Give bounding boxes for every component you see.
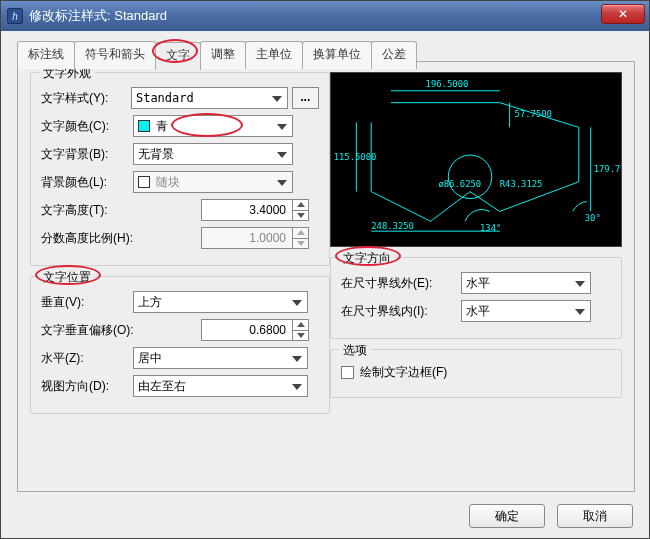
cancel-button[interactable]: 取消	[557, 504, 633, 528]
select-outside[interactable]: 水平	[461, 272, 591, 294]
label-vertical: 垂直(V):	[41, 294, 133, 311]
footer-buttons: 确定 取消	[469, 504, 633, 528]
input-frac-scale: 1.0000	[201, 227, 309, 249]
svg-text:196.5000: 196.5000	[426, 79, 469, 89]
tab-tolerance[interactable]: 公差	[371, 41, 417, 69]
button-text-style-more[interactable]: ...	[292, 87, 319, 109]
label-text-color: 文字颜色(C):	[41, 118, 133, 135]
app-icon: h	[7, 8, 23, 24]
label-outside: 在尺寸界线外(E):	[341, 275, 461, 292]
dialog-window: h 修改标注样式: Standard ✕ 标注线 符号和箭头 文字 调整 主单位…	[0, 0, 650, 539]
titlebar: h 修改标注样式: Standard ✕	[1, 1, 649, 31]
spinner-text-height[interactable]	[292, 200, 308, 220]
client-area: 标注线 符号和箭头 文字 调整 主单位 换算单位 公差 文字外观 文字样式(Y)…	[1, 31, 649, 538]
label-vert-offset: 文字垂直偏移(O):	[41, 322, 159, 339]
input-vert-offset[interactable]: 0.6800	[201, 319, 309, 341]
svg-marker-1	[297, 213, 305, 218]
group-options: 选项 绘制文字边框(F)	[330, 349, 622, 398]
spin-up-icon[interactable]	[292, 320, 308, 330]
label-frac-scale: 分数高度比例(H):	[41, 230, 151, 247]
tab-primary[interactable]: 主单位	[245, 41, 303, 69]
tab-strip: 标注线 符号和箭头 文字 调整 主单位 换算单位 公差	[17, 41, 650, 69]
tab-arrows[interactable]: 符号和箭头	[74, 41, 156, 69]
svg-text:57.7500: 57.7500	[515, 109, 552, 119]
spin-up-icon[interactable]	[292, 200, 308, 210]
close-button[interactable]: ✕	[601, 4, 645, 24]
ok-button[interactable]: 确定	[469, 504, 545, 528]
spinner-vert-offset[interactable]	[292, 320, 308, 340]
tab-panel: 文字外观 文字样式(Y): Standard ... 文字颜色(C): 青	[17, 61, 635, 492]
select-inside[interactable]: 水平	[461, 300, 591, 322]
legend-direction: 文字方向	[339, 250, 395, 267]
right-column: 196.5000 57.7500 115.5000 ø86.6250 R43.3…	[330, 72, 622, 408]
group-direction: 文字方向 在尺寸界线外(E): 水平 在尺寸界线内(I): 水平	[330, 257, 622, 339]
tab-fit[interactable]: 调整	[200, 41, 246, 69]
legend-position: 文字位置	[39, 269, 95, 286]
tab-text[interactable]: 文字	[155, 42, 201, 70]
select-text-bg[interactable]: 无背景	[133, 143, 293, 165]
swatch-byblock-icon	[138, 176, 150, 188]
svg-text:ø86.6250: ø86.6250	[438, 179, 481, 189]
svg-marker-4	[297, 322, 305, 327]
svg-text:179.7911: 179.7911	[594, 164, 621, 174]
input-text-height[interactable]: 3.4000	[201, 199, 309, 221]
tab-alternate[interactable]: 换算单位	[302, 41, 372, 69]
spin-down-icon	[292, 238, 308, 249]
group-position: 文字位置 垂直(V): 上方 文字垂直偏移(O): 0.6800	[30, 276, 330, 414]
label-text-height: 文字高度(T):	[41, 202, 133, 219]
window-title: 修改标注样式: Standard	[29, 7, 167, 25]
svg-marker-5	[297, 333, 305, 338]
group-appearance: 文字外观 文字样式(Y): Standard ... 文字颜色(C): 青	[30, 72, 330, 266]
select-text-color[interactable]: 青	[133, 115, 293, 137]
legend-options: 选项	[339, 342, 371, 359]
svg-marker-3	[297, 241, 305, 246]
label-bg-color: 背景颜色(L):	[41, 174, 133, 191]
select-horizontal[interactable]: 居中	[133, 347, 308, 369]
spinner-frac-scale	[292, 228, 308, 248]
tab-dimlines[interactable]: 标注线	[17, 41, 75, 69]
select-viewdir[interactable]: 由左至右	[133, 375, 308, 397]
svg-marker-2	[297, 230, 305, 235]
select-bg-color: 随块	[133, 171, 293, 193]
label-text-style: 文字样式(Y):	[41, 90, 131, 107]
label-viewdir: 视图方向(D):	[41, 378, 133, 395]
preview-pane: 196.5000 57.7500 115.5000 ø86.6250 R43.3…	[330, 72, 622, 247]
svg-text:134°: 134°	[480, 223, 501, 233]
label-text-bg: 文字背景(B):	[41, 146, 133, 163]
checkbox-draw-frame[interactable]	[341, 366, 354, 379]
spin-up-icon	[292, 228, 308, 238]
svg-text:248.3250: 248.3250	[371, 221, 414, 231]
label-horizontal: 水平(Z):	[41, 350, 133, 367]
select-vertical[interactable]: 上方	[133, 291, 308, 313]
label-draw-frame: 绘制文字边框(F)	[360, 364, 447, 381]
svg-text:115.5000: 115.5000	[334, 152, 377, 162]
svg-text:R43.3125: R43.3125	[500, 179, 543, 189]
svg-marker-0	[297, 202, 305, 207]
svg-text:30°: 30°	[585, 213, 601, 223]
spin-down-icon[interactable]	[292, 210, 308, 221]
spin-down-icon[interactable]	[292, 330, 308, 341]
select-text-style[interactable]: Standard	[131, 87, 288, 109]
left-column: 文字外观 文字样式(Y): Standard ... 文字颜色(C): 青	[30, 72, 330, 424]
label-inside: 在尺寸界线内(I):	[341, 303, 461, 320]
swatch-cyan-icon	[138, 120, 150, 132]
tab-text-label: 文字	[166, 48, 190, 62]
